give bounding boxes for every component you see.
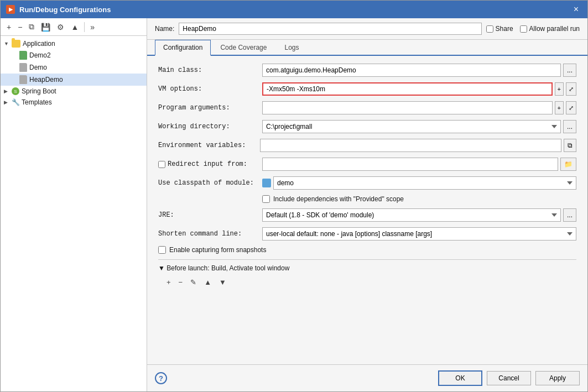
module-label: Use classpath of module: (158, 179, 258, 187)
move-up-button[interactable]: ▲ (68, 21, 81, 33)
redirect-input-field[interactable] (262, 158, 558, 171)
dialog-title: Run/Debug Configurations (19, 6, 111, 14)
enable-snapshots-label: Enable capturing form snapshots (169, 246, 266, 254)
vm-options-add-button[interactable]: + (555, 82, 564, 96)
redirect-input-browse-button[interactable]: 📁 (560, 158, 576, 171)
close-button[interactable]: × (570, 4, 582, 15)
before-launch-edit-button[interactable]: ✎ (188, 276, 199, 288)
env-vars-label: Environment variables: (158, 142, 258, 149)
ok-button[interactable]: OK (438, 370, 482, 386)
allow-parallel-checkbox[interactable] (520, 25, 527, 33)
apply-button[interactable]: Apply (535, 371, 580, 385)
share-label[interactable]: Share (486, 25, 513, 33)
before-launch-move-up-button[interactable]: ▲ (201, 276, 214, 288)
file-icon-demo (19, 63, 27, 72)
program-args-add-button[interactable]: + (555, 101, 564, 114)
wrench-icon-templates: 🔧 (12, 98, 19, 106)
before-launch-remove-button[interactable]: − (176, 276, 186, 288)
program-args-expand-button[interactable]: ⤢ (566, 101, 576, 114)
include-deps-label: Include dependencies with "Provided" sco… (273, 195, 404, 203)
copy-config-button[interactable]: ⧉ (26, 20, 37, 33)
cancel-button[interactable]: Cancel (487, 371, 531, 385)
content-area: + − ⧉ 💾 ⚙ ▲ » ▼ Application (1, 18, 587, 391)
working-dir-browse-button[interactable]: ... (563, 120, 576, 133)
vm-options-row: VM options: + ⤢ (158, 82, 576, 96)
enable-snapshots-row: Enable capturing form snapshots (158, 246, 576, 254)
share-area: Share Allow parallel run (486, 25, 580, 33)
vm-options-input[interactable] (262, 82, 553, 96)
form-area: Main class: ... VM options: + ⤢ (147, 56, 587, 364)
redirect-input-group: 📁 (262, 158, 576, 171)
before-launch-toolbar: + − ✎ ▲ ▼ (158, 276, 576, 288)
program-args-input[interactable] (262, 101, 553, 114)
left-toolbar: + − ⧉ 💾 ⚙ ▲ » (1, 18, 147, 36)
title-bar: ▶ Run/Debug Configurations × (1, 1, 587, 18)
add-config-button[interactable]: + (4, 21, 14, 33)
module-input-group: demo (262, 176, 576, 190)
tree-label-demo2: Demo2 (29, 51, 51, 59)
working-dir-select[interactable]: C:\project\gmall (262, 120, 561, 133)
save-config-button[interactable]: 💾 (38, 21, 53, 33)
tree-item-heapdemo[interactable]: HeapDemo (1, 74, 147, 86)
include-deps-checkbox[interactable] (262, 195, 270, 203)
toolbar-separator (84, 22, 85, 32)
name-bar: Name: HeapDemo Share Allow parallel run (147, 18, 587, 40)
working-dir-input-group: C:\project\gmall ... (262, 120, 576, 133)
more-button[interactable]: » (87, 21, 97, 33)
before-launch-move-down-button[interactable]: ▼ (216, 276, 229, 288)
tree-item-application[interactable]: ▼ Application (1, 38, 147, 49)
vm-options-input-group: + ⤢ (262, 82, 576, 96)
help-button[interactable]: ? (155, 372, 167, 384)
tree-label-application: Application (23, 40, 55, 48)
main-class-label: Main class: (158, 66, 258, 74)
main-class-row: Main class: ... (158, 64, 576, 77)
redirect-label-area: Redirect input from: (158, 160, 258, 168)
jre-browse-button[interactable]: ... (563, 208, 576, 222)
run-debug-dialog: ▶ Run/Debug Configurations × + − ⧉ 💾 ⚙ ▲… (0, 0, 588, 392)
tab-configuration[interactable]: Configuration (155, 40, 211, 56)
tree-item-demo[interactable]: Demo (1, 61, 147, 74)
before-launch-add-button[interactable]: + (164, 276, 174, 288)
allow-parallel-label[interactable]: Allow parallel run (520, 25, 580, 33)
redirect-input-label: Redirect input from: (168, 160, 247, 168)
env-vars-copy-button[interactable]: ⧉ (564, 139, 576, 152)
env-vars-input[interactable] (260, 139, 561, 152)
name-input[interactable]: HeapDemo (179, 23, 481, 35)
app-icon: ▶ (6, 5, 15, 14)
redirect-input-row: Redirect input from: 📁 (158, 158, 576, 171)
settings-button[interactable]: ⚙ (54, 21, 67, 33)
tree-label-springboot: Spring Boot (22, 87, 56, 95)
before-launch-section: ▼ Before launch: Build, Activate tool wi… (158, 259, 576, 288)
main-class-browse-button[interactable]: ... (563, 64, 576, 77)
program-args-row: Program arguments: + ⤢ (158, 101, 576, 114)
redirect-input-checkbox[interactable] (158, 161, 165, 168)
program-args-label: Program arguments: (158, 104, 258, 112)
shorten-cmd-select[interactable]: user-local default: none - java [options… (262, 227, 576, 241)
vm-options-label: VM options: (158, 85, 258, 93)
vm-options-expand-button[interactable]: ⤢ (566, 82, 576, 96)
tree-item-templates[interactable]: ▶ 🔧 Templates (1, 97, 147, 108)
jre-row: JRE: Default (1.8 - SDK of 'demo' module… (158, 208, 576, 222)
title-bar-left: ▶ Run/Debug Configurations (6, 5, 111, 14)
share-checkbox[interactable] (486, 25, 493, 33)
tabs-bar: Configuration Code Coverage Logs (147, 40, 587, 56)
tree-item-springboot[interactable]: ▶ S Spring Boot (1, 86, 147, 97)
file-icon-demo2 (19, 51, 27, 60)
tab-code-coverage[interactable]: Code Coverage (212, 40, 275, 55)
working-dir-label: Working directory: (158, 123, 258, 130)
folder-icon-application (12, 40, 20, 48)
bottom-bar: ? OK Cancel Apply (147, 364, 587, 391)
tree-label-templates: Templates (22, 98, 52, 106)
env-vars-input-area: ⧉ (260, 139, 576, 152)
include-deps-row: Include dependencies with "Provided" sco… (158, 195, 576, 203)
remove-config-button[interactable]: − (15, 21, 25, 33)
main-class-input[interactable] (262, 64, 561, 77)
enable-snapshots-checkbox[interactable] (158, 246, 166, 254)
jre-select[interactable]: Default (1.8 - SDK of 'demo' module) (262, 208, 561, 222)
tab-logs[interactable]: Logs (276, 40, 307, 55)
tree-label-demo: Demo (29, 64, 47, 71)
tree-item-demo2[interactable]: Demo2 (1, 49, 147, 61)
tree-label-heapdemo: HeapDemo (29, 76, 63, 83)
module-select[interactable]: demo (273, 176, 576, 190)
right-panel: Name: HeapDemo Share Allow parallel run (147, 18, 587, 391)
